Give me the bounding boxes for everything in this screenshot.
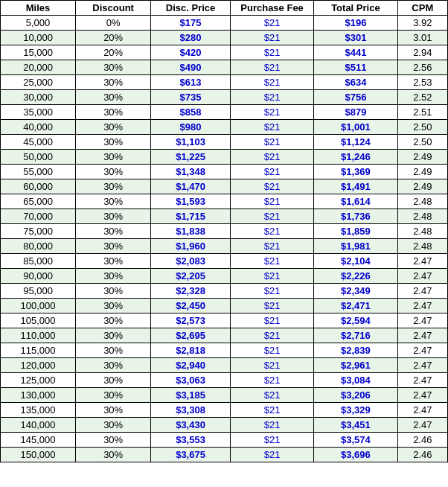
table-cell: 2.49	[397, 150, 447, 165]
table-cell: 2.47	[397, 254, 447, 269]
table-cell: 95,000	[1, 284, 76, 299]
table-cell: $3,308	[151, 403, 231, 418]
table-row: 15,00020%$420$21$4412.94	[1, 45, 448, 60]
table-cell: $21	[230, 120, 313, 135]
table-cell: 5,000	[1, 16, 76, 31]
table-cell: $21	[230, 299, 313, 313]
table-cell: $21	[230, 313, 313, 328]
table-cell: $1,225	[151, 150, 231, 165]
table-cell: 45,000	[1, 135, 76, 150]
table-cell: 2.47	[397, 418, 447, 433]
table-cell: 25,000	[1, 75, 76, 90]
table-cell: 40,000	[1, 120, 76, 135]
table-cell: $3,451	[314, 418, 397, 433]
table-cell: $1,103	[151, 135, 231, 150]
table-cell: 30%	[76, 75, 151, 90]
table-cell: $3,084	[314, 373, 397, 388]
table-row: 50,00030%$1,225$21$1,2462.49	[1, 150, 448, 165]
table-cell: $2,328	[151, 284, 231, 299]
table-cell: 2.53	[397, 75, 447, 90]
table-row: 105,00030%$2,573$21$2,5942.47	[1, 313, 448, 328]
table-cell: 30%	[76, 165, 151, 179]
table-cell: $21	[230, 45, 313, 60]
table-cell: 0%	[76, 16, 151, 31]
table-cell: 2.46	[397, 448, 447, 462]
table-row: 145,00030%$3,553$21$3,5742.46	[1, 433, 448, 448]
table-row: 5,0000%$175$21$1963.92	[1, 16, 448, 31]
table-cell: 30,000	[1, 90, 76, 105]
header-cpm: CPM	[397, 1, 447, 16]
table-cell: $21	[230, 194, 313, 209]
table-cell: 30%	[76, 269, 151, 284]
table-cell: $1,369	[314, 165, 397, 179]
table-cell: 140,000	[1, 418, 76, 433]
table-row: 150,00030%$3,675$21$3,6962.46	[1, 448, 448, 462]
table-cell: 135,000	[1, 403, 76, 418]
table-cell: 30%	[76, 388, 151, 403]
table-cell: 30%	[76, 373, 151, 388]
table-cell: 30%	[76, 328, 151, 343]
table-cell: $21	[230, 165, 313, 179]
table-row: 65,00030%$1,593$21$1,6142.48	[1, 194, 448, 209]
table-cell: 30%	[76, 179, 151, 194]
table-row: 70,00030%$1,715$21$1,7362.48	[1, 209, 448, 224]
table-cell: 2.48	[397, 194, 447, 209]
table-cell: $2,818	[151, 343, 231, 358]
table-cell: 75,000	[1, 224, 76, 239]
table-cell: $21	[230, 284, 313, 299]
table-cell: $2,961	[314, 358, 397, 373]
table-cell: $21	[230, 150, 313, 165]
table-cell: $490	[151, 60, 231, 75]
table-cell: 80,000	[1, 239, 76, 254]
table-cell: 105,000	[1, 313, 76, 328]
table-cell: 3.01	[397, 31, 447, 45]
table-cell: $1,348	[151, 165, 231, 179]
table-cell: $21	[230, 373, 313, 388]
table-cell: 110,000	[1, 328, 76, 343]
table-cell: $3,063	[151, 373, 231, 388]
table-cell: 2.47	[397, 343, 447, 358]
table-cell: $3,206	[314, 388, 397, 403]
table-cell: 30%	[76, 120, 151, 135]
table-cell: $1,838	[151, 224, 231, 239]
table-row: 45,00030%$1,103$21$1,1242.50	[1, 135, 448, 150]
table-cell: $175	[151, 16, 231, 31]
table-cell: 90,000	[1, 269, 76, 284]
table-cell: 30%	[76, 299, 151, 313]
table-cell: $21	[230, 209, 313, 224]
table-cell: $2,940	[151, 358, 231, 373]
table-row: 130,00030%$3,185$21$3,2062.47	[1, 388, 448, 403]
table-cell: $196	[314, 16, 397, 31]
table-cell: $21	[230, 328, 313, 343]
table-cell: 2.47	[397, 269, 447, 284]
table-cell: $3,185	[151, 388, 231, 403]
table-cell: $21	[230, 105, 313, 120]
table-cell: 2.56	[397, 60, 447, 75]
table-cell: $2,573	[151, 313, 231, 328]
table-cell: $420	[151, 45, 231, 60]
header-row: Miles Discount Disc. Price Purchase Fee …	[1, 1, 448, 16]
table-cell: $21	[230, 135, 313, 150]
table-cell: $1,246	[314, 150, 397, 165]
table-cell: $21	[230, 90, 313, 105]
table-cell: 65,000	[1, 194, 76, 209]
table-cell: 2.50	[397, 120, 447, 135]
table-cell: $21	[230, 433, 313, 448]
table-cell: 2.47	[397, 284, 447, 299]
table-cell: $613	[151, 75, 231, 90]
table-cell: 2.46	[397, 433, 447, 448]
table-cell: 30%	[76, 418, 151, 433]
table-body: 5,0000%$175$21$1963.9210,00020%$280$21$3…	[1, 16, 448, 462]
table-cell: 145,000	[1, 433, 76, 448]
table-cell: 60,000	[1, 179, 76, 194]
header-total-price: Total Price	[314, 1, 397, 16]
table-cell: $756	[314, 90, 397, 105]
table-cell: $1,001	[314, 120, 397, 135]
table-cell: 55,000	[1, 165, 76, 179]
table-cell: 30%	[76, 224, 151, 239]
table-cell: 30%	[76, 105, 151, 120]
table-cell: $511	[314, 60, 397, 75]
table-cell: 100,000	[1, 299, 76, 313]
table-cell: $21	[230, 343, 313, 358]
table-cell: 30%	[76, 90, 151, 105]
